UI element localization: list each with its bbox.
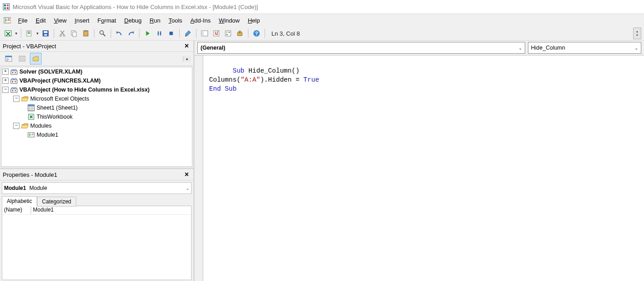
cursor-position: Ln 3, Col 8 [268, 30, 303, 37]
view-code-icon[interactable] [3, 53, 14, 64]
cut-icon[interactable] [57, 28, 68, 39]
tree-node-modules-folder[interactable]: − Modules [1, 121, 192, 130]
worksheet-icon [28, 104, 35, 111]
svg-rect-11 [44, 31, 47, 33]
redo-icon[interactable] [126, 28, 136, 39]
menu-view[interactable]: View [50, 15, 70, 26]
vba-project-icon [10, 86, 18, 93]
undo-icon[interactable] [114, 28, 125, 39]
properties-grid[interactable]: (Name) Module1 [2, 206, 191, 280]
properties-pane-label: Properties - Module1 [3, 171, 57, 178]
insert-module-icon[interactable] [24, 28, 35, 39]
svg-point-47 [15, 90, 16, 92]
dropdown-icon[interactable]: ▼ [36, 32, 39, 36]
chevron-down-icon: ⌄ [518, 46, 522, 51]
svg-rect-1 [4, 5, 6, 6]
paste-icon[interactable] [80, 28, 91, 39]
project-tree[interactable]: + Solver (SOLVER.XLAM) + VBAProject (FUN… [1, 67, 192, 167]
view-excel-icon[interactable] [3, 28, 14, 39]
menu-edit[interactable]: Edit [32, 15, 49, 26]
module-sysmenu-icon[interactable] [4, 17, 11, 24]
find-icon[interactable] [97, 28, 108, 39]
project-pane-toolbar: ▾ [0, 52, 193, 66]
svg-point-46 [12, 90, 14, 92]
menu-format[interactable]: Format [94, 15, 120, 26]
menu-file[interactable]: File [14, 15, 31, 26]
tree-node-sheet1[interactable]: Sheet1 (Sheet1) [1, 103, 192, 112]
tree-node-module1[interactable]: Module1 [1, 130, 192, 139]
svg-rect-37 [19, 56, 25, 57]
svg-rect-45 [11, 89, 17, 92]
save-icon[interactable] [40, 28, 51, 39]
property-key: (Name) [2, 206, 31, 214]
menu-insert[interactable]: Insert [71, 15, 93, 26]
tree-node-excel-objects[interactable]: − Microsoft Excel Objects [1, 94, 192, 103]
menu-tools[interactable]: Tools [165, 15, 186, 26]
svg-rect-42 [11, 80, 17, 83]
svg-rect-16 [73, 32, 76, 37]
menu-window[interactable]: Window [215, 15, 243, 26]
toggle-folders-icon[interactable] [30, 53, 42, 64]
svg-rect-28 [226, 32, 228, 33]
code-editor[interactable]: Sub Hide_Column() Columns("A:A").Hidden … [195, 55, 644, 281]
object-browser-icon[interactable] [223, 28, 233, 39]
tree-node-thisworkbook[interactable]: ThisWorkbook [1, 112, 192, 121]
tree-node-funcres[interactable]: + VBAProject (FUNCRES.XLAM) [1, 76, 192, 85]
view-object-icon[interactable] [16, 53, 28, 64]
titlebar: Microsoft Visual Basic for Applications … [0, 0, 644, 14]
object-name: Module1 [4, 185, 26, 191]
svg-point-41 [15, 72, 16, 74]
svg-rect-12 [44, 34, 47, 36]
tab-categorized[interactable]: Categorized [37, 197, 76, 207]
svg-rect-27 [225, 31, 231, 36]
svg-rect-22 [169, 32, 173, 35]
svg-point-40 [12, 72, 14, 74]
property-row[interactable]: (Name) Module1 [2, 206, 191, 215]
properties-object-selector[interactable]: Module1 Module ⌄ [2, 182, 191, 194]
svg-rect-30 [226, 34, 228, 35]
svg-rect-4 [7, 7, 9, 9]
code-margin [195, 55, 203, 281]
toolbox-icon[interactable] [234, 28, 245, 39]
close-icon[interactable]: × [183, 42, 191, 50]
project-explorer-icon[interactable] [199, 28, 210, 39]
svg-point-43 [12, 81, 14, 83]
design-mode-icon[interactable] [182, 28, 193, 39]
menu-run[interactable]: Run [146, 15, 164, 26]
folder-open-icon [21, 95, 28, 102]
dropdown-icon[interactable]: ▼ [14, 32, 18, 36]
menu-debug[interactable]: Debug [121, 15, 145, 26]
svg-point-26 [218, 31, 219, 32]
toolbar-overflow-icon[interactable]: ▾▾ [633, 28, 641, 39]
reset-icon[interactable] [166, 28, 177, 39]
chevron-down-icon: ⌄ [186, 186, 189, 191]
svg-rect-38 [20, 58, 24, 61]
copy-icon[interactable] [69, 28, 79, 39]
close-icon[interactable]: × [183, 170, 191, 179]
menu-addins[interactable]: Add-Ins [187, 15, 215, 26]
property-value[interactable]: Module1 [31, 206, 191, 214]
project-pane-label: Project - VBAProject [3, 43, 56, 50]
tree-node-workbook-project[interactable]: − VBAProject (How to Hide Columns in Exc… [1, 85, 192, 94]
menu-help[interactable]: Help [244, 15, 264, 26]
properties-window-icon[interactable] [211, 28, 222, 39]
tree-node-solver[interactable]: + Solver (SOLVER.XLAM) [1, 67, 192, 76]
object-dropdown-value: (General) [201, 45, 225, 51]
workbook-icon [28, 113, 35, 120]
vba-project-icon [10, 68, 18, 75]
break-icon[interactable] [154, 28, 165, 39]
object-dropdown[interactable]: (General) ⌄ [197, 42, 525, 54]
chevron-down-icon: ⌄ [635, 46, 638, 51]
standard-toolbar: ▼ ▼ [0, 27, 644, 41]
help-icon[interactable]: ? [251, 28, 262, 39]
svg-point-19 [100, 31, 103, 34]
pane-options-icon[interactable]: ▾ [183, 56, 191, 61]
run-icon[interactable] [142, 28, 153, 39]
tab-alphabetic[interactable]: Alphabetic [2, 196, 37, 206]
properties-pane-title: Properties - Module1 × [0, 169, 193, 180]
svg-rect-21 [160, 32, 161, 36]
svg-rect-20 [158, 32, 159, 36]
procedure-dropdown[interactable]: Hide_Column ⌄ [528, 42, 641, 54]
project-pane-title: Project - VBAProject × [0, 41, 193, 52]
vba-project-icon [10, 77, 18, 84]
